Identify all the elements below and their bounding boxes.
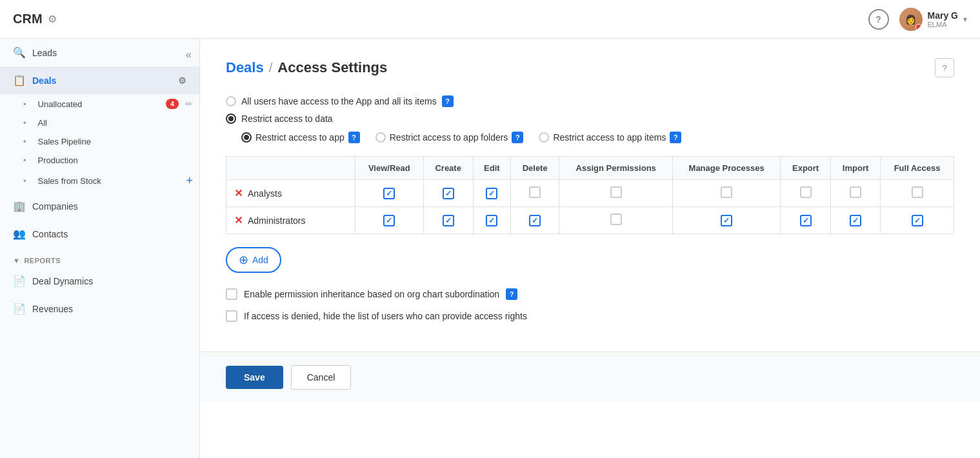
cb-0-assign[interactable] bbox=[610, 186, 622, 198]
sub-option1-item: Restrict access to app ? bbox=[241, 132, 360, 143]
sidebar-item-production[interactable]: Production bbox=[23, 151, 199, 170]
topbar-right: ? 👩 Mary G ELMA ▾ bbox=[868, 8, 967, 31]
access-options: All users have access to the App and all… bbox=[226, 95, 954, 143]
help-button[interactable]: ? bbox=[868, 9, 889, 30]
sidebar-item-deal-dynamics[interactable]: 📄 Deal Dynamics bbox=[0, 267, 199, 295]
deals-gear-icon[interactable]: ⚙ bbox=[178, 75, 186, 86]
sidebar-item-all[interactable]: All bbox=[23, 114, 199, 132]
leads-icon: 🔍 bbox=[13, 46, 26, 59]
deals-submenu: Unallocated 4 ✏ All Sales Pipeline Produ… bbox=[0, 94, 199, 192]
add-button[interactable]: ⊕ Add bbox=[226, 247, 281, 273]
revenues-icon: 📄 bbox=[13, 303, 26, 315]
sidebar-item-sales-pipeline[interactable]: Sales Pipeline bbox=[23, 132, 199, 151]
cb-1-manage[interactable] bbox=[721, 215, 732, 226]
sidebar-item-label-leads: Leads bbox=[32, 48, 186, 58]
sidebar: « 🔍 Leads 📋 Deals ⚙ Unallocated 4 ✏ All … bbox=[0, 39, 200, 458]
sub-option2-label: Restrict access to app folders bbox=[390, 132, 508, 143]
col-import: Import bbox=[831, 157, 881, 180]
access-option2-label: Restrict access to data bbox=[241, 114, 333, 124]
save-button[interactable]: Save bbox=[226, 366, 283, 389]
user-sub: ELMA bbox=[928, 21, 958, 28]
production-label: Production bbox=[38, 155, 193, 165]
add-pipeline-icon[interactable]: + bbox=[186, 174, 193, 188]
reports-chevron-icon: ▼ bbox=[13, 257, 20, 264]
table-row: ✕ Analysts bbox=[226, 180, 954, 207]
breadcrumb-deals[interactable]: Deals bbox=[226, 59, 264, 76]
sidebar-collapse-button[interactable]: « bbox=[186, 49, 192, 61]
role-name-1: Administrators bbox=[248, 215, 305, 226]
sidebar-item-unallocated[interactable]: Unallocated 4 ✏ bbox=[23, 94, 199, 114]
revenues-label: Revenues bbox=[32, 304, 186, 314]
topbar-left: CRM ⚙ bbox=[13, 12, 57, 26]
access-option1-help[interactable]: ? bbox=[442, 95, 454, 107]
sidebar-item-contacts[interactable]: 👥 Contacts bbox=[0, 220, 199, 248]
cb-1-delete[interactable] bbox=[529, 215, 541, 226]
chevron-down-icon: ▾ bbox=[963, 15, 967, 24]
breadcrumb-help-button[interactable]: ? bbox=[935, 58, 954, 77]
sub-option1-help[interactable]: ? bbox=[348, 132, 360, 143]
col-export: Export bbox=[781, 157, 831, 180]
cb-0-import[interactable] bbox=[850, 186, 861, 198]
avatar: 👩 bbox=[899, 8, 923, 31]
deal-dynamics-label: Deal Dynamics bbox=[32, 276, 186, 286]
permission-inheritance-row: Enable permission inheritance based on o… bbox=[226, 288, 954, 300]
cb-1-create[interactable] bbox=[443, 215, 454, 226]
cb-1-export[interactable] bbox=[800, 215, 812, 226]
sales-from-stock-label: Sales from Stock bbox=[38, 176, 180, 186]
user-details: Mary G ELMA bbox=[928, 10, 958, 28]
sub-option1-radio[interactable] bbox=[241, 132, 252, 143]
hide-users-label: If access is denied, hide the list of us… bbox=[244, 311, 527, 321]
sub-option2-help[interactable]: ? bbox=[512, 132, 523, 143]
sub-option2-radio[interactable] bbox=[375, 132, 386, 143]
hide-users-checkbox[interactable] bbox=[226, 310, 237, 322]
reports-section: ▼ REPORTS bbox=[0, 248, 199, 267]
sidebar-item-revenues[interactable]: 📄 Revenues bbox=[0, 295, 199, 323]
access-option2-radio[interactable] bbox=[226, 114, 236, 124]
sidebar-item-leads[interactable]: 🔍 Leads bbox=[0, 39, 199, 66]
sub-option3-item: Restrict access to app items ? bbox=[539, 132, 681, 143]
contacts-label: Contacts bbox=[32, 229, 186, 239]
all-label: All bbox=[38, 118, 193, 128]
sidebar-item-deals[interactable]: 📋 Deals ⚙ bbox=[0, 66, 199, 94]
sidebar-item-companies[interactable]: 🏢 Companies bbox=[0, 192, 199, 220]
companies-label: Companies bbox=[32, 201, 186, 212]
cb-1-assign[interactable] bbox=[610, 214, 622, 225]
companies-icon: 🏢 bbox=[13, 200, 26, 212]
col-name bbox=[226, 157, 355, 180]
unallocated-edit-icon[interactable]: ✏ bbox=[185, 99, 193, 109]
main-inner: Deals / Access Settings ? All users have… bbox=[200, 39, 980, 352]
permission-inheritance-help[interactable]: ? bbox=[506, 288, 517, 300]
cb-0-view_read[interactable] bbox=[383, 188, 395, 199]
sidebar-item-sales-from-stock[interactable]: Sales from Stock + bbox=[23, 170, 199, 192]
cb-0-full[interactable] bbox=[912, 186, 923, 198]
cb-0-delete[interactable] bbox=[529, 186, 541, 198]
add-label: Add bbox=[252, 255, 268, 265]
app-gear-icon[interactable]: ⚙ bbox=[48, 13, 57, 25]
cb-1-edit[interactable] bbox=[486, 215, 497, 226]
remove-row-0-icon[interactable]: ✕ bbox=[234, 187, 243, 199]
user-name: Mary G bbox=[928, 10, 958, 21]
user-menu[interactable]: 👩 Mary G ELMA ▾ bbox=[899, 8, 967, 31]
sub-option3-radio[interactable] bbox=[539, 132, 549, 143]
cb-1-full[interactable] bbox=[912, 215, 923, 226]
access-option1-radio[interactable] bbox=[226, 96, 236, 106]
sub-option1-label: Restrict access to app bbox=[255, 132, 345, 143]
cb-1-view_read[interactable] bbox=[383, 215, 395, 226]
hide-users-row: If access is denied, hide the list of us… bbox=[226, 310, 954, 322]
cb-0-export[interactable] bbox=[800, 186, 812, 198]
cb-1-import[interactable] bbox=[850, 215, 861, 226]
reports-toggle[interactable]: ▼ REPORTS bbox=[13, 257, 186, 264]
cb-0-manage[interactable] bbox=[721, 186, 732, 198]
reports-label: REPORTS bbox=[24, 257, 61, 264]
sub-option3-help[interactable]: ? bbox=[670, 132, 681, 143]
sales-pipeline-label: Sales Pipeline bbox=[38, 137, 193, 146]
unallocated-badge: 4 bbox=[166, 99, 179, 109]
remove-row-1-icon[interactable]: ✕ bbox=[234, 214, 243, 226]
access-option1-row: All users have access to the App and all… bbox=[226, 95, 954, 107]
cb-0-create[interactable] bbox=[443, 188, 454, 199]
cancel-button[interactable]: Cancel bbox=[291, 365, 352, 390]
permission-inheritance-checkbox[interactable] bbox=[226, 288, 237, 300]
topbar: CRM ⚙ ? 👩 Mary G ELMA ▾ bbox=[0, 0, 980, 39]
cb-0-edit[interactable] bbox=[486, 188, 497, 199]
unallocated-label: Unallocated bbox=[38, 99, 159, 109]
